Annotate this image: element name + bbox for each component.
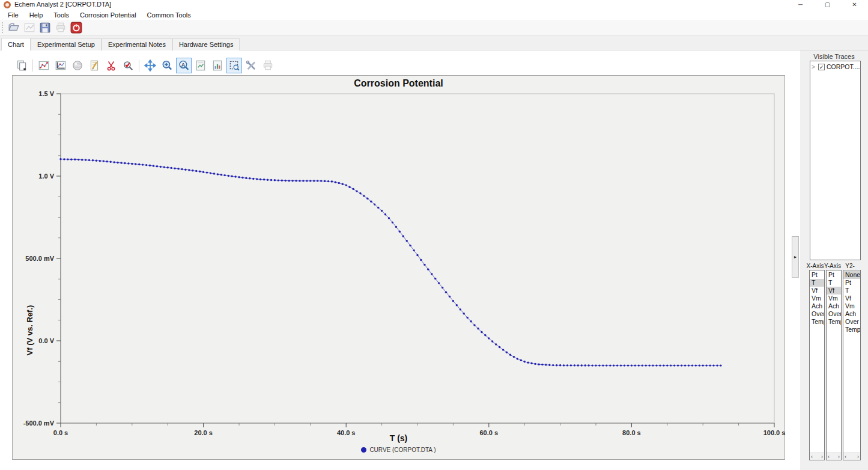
axis-list-y[interactable]: PtTVfVmAchOverTemp ‹›: [826, 270, 842, 460]
menu-file[interactable]: File: [2, 10, 24, 20]
autoscale-icon[interactable]: A: [176, 58, 192, 73]
scroll-left-icon[interactable]: ‹: [811, 454, 813, 460]
scroll-right-icon[interactable]: ›: [821, 454, 823, 460]
axis-option[interactable]: Pt: [810, 271, 824, 279]
scroll-right-icon[interactable]: ›: [838, 454, 840, 460]
cut-icon[interactable]: [103, 58, 119, 73]
scroll-left-icon[interactable]: ‹: [845, 454, 846, 460]
axis-option[interactable]: Over: [843, 318, 860, 326]
chart-template-icon[interactable]: [210, 58, 225, 73]
legend-label: CURVE (CORPOT.DTA ): [369, 447, 436, 453]
scroll-left-icon[interactable]: ‹: [828, 454, 830, 460]
axis-option[interactable]: T: [810, 279, 824, 287]
chart-legend: CURVE (CORPOT.DTA ): [13, 447, 785, 453]
quick-plot-icon[interactable]: [22, 20, 37, 35]
svg-text:1.5 V: 1.5 V: [38, 90, 54, 97]
tab-experimental-setup[interactable]: Experimental Setup: [31, 38, 102, 50]
splitter-arrow-icon: ▸: [794, 254, 797, 260]
scroll-right-icon[interactable]: ›: [857, 454, 859, 460]
trace-checkbox[interactable]: ✓: [818, 64, 825, 70]
print-icon[interactable]: [53, 20, 68, 35]
menu-help[interactable]: Help: [24, 10, 49, 20]
svg-text:1.0 V: 1.0 V: [38, 172, 54, 180]
annotation-icon[interactable]: [86, 58, 102, 73]
svg-text:A: A: [181, 62, 186, 68]
svg-text:-500.0 mV: -500.0 mV: [23, 420, 55, 427]
close-button[interactable]: ✕: [841, 0, 868, 10]
tab-chart[interactable]: Chart: [1, 38, 31, 50]
axes-settings-icon[interactable]: [53, 58, 68, 73]
tab-hardware-settings[interactable]: Hardware Settings: [172, 38, 240, 50]
right-sidebar: Visible Traces > ✓ CORPOT.... X-Axis Y-A…: [800, 50, 868, 470]
list-hscrollbar[interactable]: ‹›: [843, 453, 860, 460]
axis-option[interactable]: Temp: [810, 318, 824, 326]
visible-traces-label: Visible Traces: [800, 53, 868, 60]
maximize-button[interactable]: ▢: [814, 0, 841, 10]
axis-option[interactable]: Ach: [810, 302, 824, 310]
open-file-icon[interactable]: [6, 20, 22, 35]
x-axis-title: T (s): [13, 433, 785, 443]
axis-list-y2[interactable]: NonePtTVfVmAchOverTemp ‹›: [843, 270, 861, 460]
y-axis-title: Vf (V vs. Ref.): [25, 298, 34, 364]
print-chart-icon[interactable]: [260, 58, 276, 73]
sidebar-splitter[interactable]: ▸: [792, 236, 799, 278]
axis-option[interactable]: Ach: [827, 302, 841, 310]
chart-snapshot-icon[interactable]: [193, 58, 208, 73]
pan-icon[interactable]: [142, 58, 158, 73]
tools-icon[interactable]: [243, 58, 259, 73]
chart-toolbar: A: [13, 57, 276, 74]
axis-option[interactable]: Vf: [827, 287, 841, 295]
tab-strip: Chart Experimental Setup Experimental No…: [1, 38, 240, 50]
title-bar: Echem Analyst 2 [CORPOT.DTA] ─ ▢ ✕: [0, 0, 868, 10]
tree-expander-icon[interactable]: >: [812, 64, 816, 70]
chart-plot-area[interactable]: 0.0 s20.0 s40.0 s60.0 s80.0 s100.0 s1.5 …: [13, 76, 786, 460]
menu-common-tools[interactable]: Common Tools: [142, 10, 196, 20]
axis-option[interactable]: Pt: [827, 271, 841, 279]
axis-option[interactable]: T: [843, 287, 860, 295]
axis-option[interactable]: Temp: [843, 326, 860, 334]
axis-option[interactable]: Ach: [843, 310, 860, 318]
axis-option[interactable]: T: [827, 279, 841, 287]
curve-settings-icon[interactable]: [36, 58, 52, 73]
axis-option[interactable]: Vm: [827, 295, 841, 302]
tab-experimental-notes[interactable]: Experimental Notes: [102, 38, 172, 50]
list-hscrollbar[interactable]: ‹›: [810, 453, 824, 460]
axis-option[interactable]: Over: [810, 310, 824, 318]
svg-text:0.0 V: 0.0 V: [38, 337, 54, 344]
save-icon[interactable]: [37, 20, 53, 35]
zoom-in-icon[interactable]: [159, 58, 175, 73]
chart-panel: Corrosion Potential 0.0 s20.0 s40.0 s60.…: [12, 75, 785, 460]
axis-option[interactable]: Over: [827, 310, 841, 318]
axis-option[interactable]: Vm: [810, 295, 824, 302]
copy-to-clipboard-icon[interactable]: [14, 58, 29, 73]
menu-corrosion-potential[interactable]: Corrosion Potential: [74, 10, 142, 20]
trace-row[interactable]: > ✓ CORPOT....: [810, 61, 860, 70]
zoom-box-icon[interactable]: [226, 58, 242, 73]
y-axis-column-label: Y-Axis: [823, 263, 842, 269]
axis-list-x[interactable]: PtTVfVmAchOverTemp ‹›: [809, 270, 825, 460]
axis-option[interactable]: Vf: [810, 287, 824, 295]
menu-bar: File Help Tools Corrosion Potential Comm…: [0, 10, 868, 20]
app-logo-icon: [4, 1, 11, 8]
select-region-icon[interactable]: [120, 58, 136, 73]
x-axis-column-label: X-Axis: [806, 263, 825, 269]
trace-label: CORPOT....: [827, 63, 860, 70]
visible-traces-tree[interactable]: > ✓ CORPOT....: [810, 61, 861, 260]
main-toolbar: [0, 20, 868, 36]
menu-tools[interactable]: Tools: [48, 10, 74, 20]
list-hscrollbar[interactable]: ‹›: [827, 453, 841, 460]
rotate-3d-icon[interactable]: [70, 58, 85, 73]
svg-text:500.0 mV: 500.0 mV: [25, 255, 54, 262]
axis-option[interactable]: Pt: [843, 279, 860, 287]
window-title: Echem Analyst 2 [CORPOT.DTA]: [14, 1, 111, 8]
toolbar-grip[interactable]: [2, 22, 4, 33]
legend-marker-icon: [361, 447, 366, 453]
exit-icon[interactable]: [68, 20, 84, 35]
axis-option[interactable]: None: [843, 271, 860, 279]
axis-option[interactable]: Temp: [827, 318, 841, 326]
axis-option[interactable]: Vm: [843, 302, 860, 310]
minimize-button[interactable]: ─: [787, 0, 814, 10]
axis-option[interactable]: Vf: [843, 295, 860, 302]
